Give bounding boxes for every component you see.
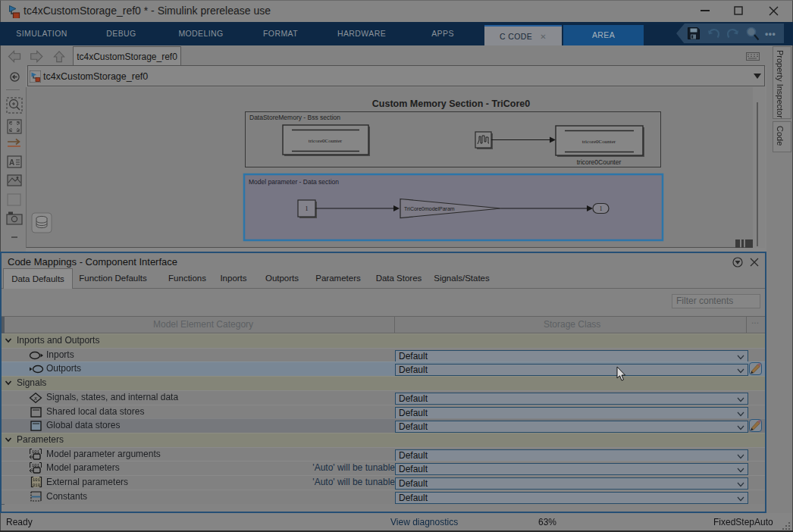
svg-text:DataStoreMemory - Bss section: DataStoreMemory - Bss section: [249, 114, 340, 121]
svg-text:TriCore0modelParam: TriCore0modelParam: [404, 206, 455, 211]
svg-text:tricore0Counter: tricore0Counter: [582, 139, 616, 145]
svg-text:Model parameter - Data section: Model parameter - Data section: [249, 178, 339, 186]
svg-text:Custom Memory Section - TriCor: Custom Memory Section - TriCore0: [372, 99, 530, 109]
svg-text:1: 1: [600, 205, 603, 212]
svg-text:tricore0Counter: tricore0Counter: [577, 158, 622, 166]
svg-text:1: 1: [306, 205, 309, 212]
svg-text:A: A: [9, 158, 14, 167]
svg-text:tricore0Counter: tricore0Counter: [309, 138, 343, 144]
